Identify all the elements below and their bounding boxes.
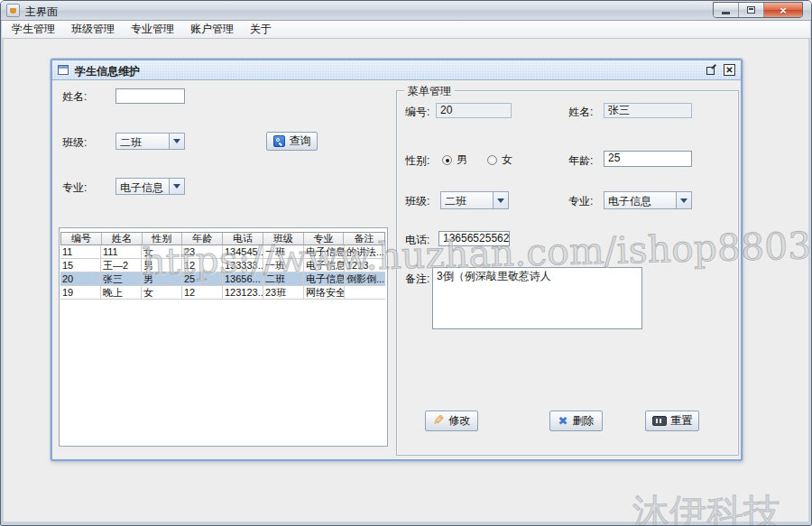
delete-button[interactable]: ✖ 删除 bbox=[549, 411, 603, 431]
menu-account-management[interactable]: 账户管理 bbox=[182, 19, 242, 40]
header-name[interactable]: 姓名 bbox=[102, 233, 143, 245]
header-remark[interactable]: 备注 bbox=[344, 233, 384, 245]
close-icon: × bbox=[780, 5, 787, 16]
internal-close-button[interactable]: ✕ bbox=[724, 64, 735, 76]
delete-x-icon: ✖ bbox=[558, 415, 568, 427]
menu-about[interactable]: 关于 bbox=[242, 19, 280, 40]
minimize-button[interactable] bbox=[714, 3, 739, 17]
table-row[interactable]: 11 111 女 23 134545... 一班 电子信息 的讲法... bbox=[60, 245, 385, 259]
reset-button[interactable]: 重置 bbox=[645, 411, 699, 431]
radio-icon bbox=[442, 155, 452, 165]
search-name-label: 姓名: bbox=[62, 89, 87, 105]
detail-age-input[interactable]: 25 bbox=[604, 151, 692, 167]
search-major-label: 专业: bbox=[62, 180, 87, 196]
detail-age-label: 年龄: bbox=[568, 153, 593, 169]
reset-icon bbox=[652, 416, 667, 426]
detail-major-select[interactable]: 电子信息 bbox=[604, 191, 692, 209]
detail-remark-label: 备注: bbox=[405, 272, 429, 287]
radio-icon bbox=[487, 155, 497, 165]
detail-name-label: 姓名: bbox=[568, 105, 593, 120]
internal-frame-titlebar[interactable]: 学生信息维护 ✕ bbox=[52, 60, 741, 80]
window-controls: × bbox=[713, 2, 803, 18]
detail-groupbox: 菜单管理 编号: 20 姓名: 张三 性别: 男 女 年龄: 25 班级: 二班 bbox=[396, 90, 739, 456]
modify-button[interactable]: ✎ 修改 bbox=[425, 411, 478, 431]
menu-class-management[interactable]: 班级管理 bbox=[63, 19, 123, 40]
detail-id-label: 编号: bbox=[405, 105, 429, 120]
app-icon bbox=[6, 4, 20, 17]
chevron-down-icon[interactable] bbox=[493, 192, 508, 208]
search-name-input[interactable] bbox=[115, 88, 185, 104]
internal-frame-title: 学生信息维护 bbox=[75, 64, 140, 79]
internal-frame-content: 姓名: 班级: 二班 查询 专业: 电子信息 bbox=[52, 81, 741, 459]
gender-female-radio[interactable]: 女 bbox=[487, 152, 512, 168]
header-class[interactable]: 班级 bbox=[263, 233, 304, 245]
main-window: 主界面 × 学生管理 班级管理 专业管理 账户管理 关于 学生信息维护 ✕ bbox=[0, 0, 812, 526]
header-phone[interactable]: 电话 bbox=[223, 233, 263, 245]
detail-id-field: 20 bbox=[436, 103, 512, 118]
table-row[interactable]: 15 王—2 男 12 133333... 一班 电子信息 1213 bbox=[60, 259, 385, 272]
menu-bar: 学生管理 班级管理 专业管理 账户管理 关于 bbox=[2, 21, 810, 39]
detail-gender-label: 性别: bbox=[405, 153, 429, 169]
detail-class-select[interactable]: 二班 bbox=[440, 191, 509, 209]
search-major-select[interactable]: 电子信息 bbox=[115, 178, 185, 195]
menu-student-management[interactable]: 学生管理 bbox=[4, 19, 63, 40]
header-age[interactable]: 年龄 bbox=[182, 233, 223, 245]
close-button[interactable]: × bbox=[764, 3, 802, 17]
detail-phone-input[interactable]: 13656525562 bbox=[438, 231, 510, 246]
header-major[interactable]: 专业 bbox=[304, 233, 345, 245]
detail-class-label: 班级: bbox=[405, 194, 429, 209]
gender-male-radio[interactable]: 男 bbox=[442, 152, 467, 168]
internal-frame-icon bbox=[58, 65, 69, 75]
query-button[interactable]: 查询 bbox=[266, 132, 318, 151]
student-table: 编号 姓名 性别 年龄 电话 班级 专业 备注 11 111 女 bbox=[60, 232, 385, 300]
groupbox-title: 菜单管理 bbox=[404, 84, 455, 99]
window-titlebar: 主界面 × bbox=[1, 1, 811, 21]
chevron-down-icon[interactable] bbox=[169, 179, 184, 194]
restore-button[interactable] bbox=[739, 3, 764, 17]
search-class-label: 班级: bbox=[62, 135, 87, 151]
search-class-select[interactable]: 二班 bbox=[115, 133, 185, 150]
header-gender[interactable]: 性别 bbox=[143, 233, 183, 245]
chevron-down-icon[interactable] bbox=[169, 134, 184, 149]
chevron-down-icon[interactable] bbox=[676, 192, 691, 208]
student-table-scrollpane[interactable]: 编号 姓名 性别 年龄 电话 班级 专业 备注 11 111 女 bbox=[59, 227, 388, 447]
search-icon bbox=[273, 135, 285, 147]
detail-name-field: 张三 bbox=[604, 103, 692, 118]
student-info-frame: 学生信息维护 ✕ 姓名: 班级: 二班 查询 bbox=[51, 59, 743, 461]
header-id[interactable]: 编号 bbox=[61, 233, 102, 245]
pencil-icon: ✎ bbox=[433, 414, 445, 428]
restore-icon bbox=[747, 6, 755, 14]
table-header: 编号 姓名 性别 年龄 电话 班级 专业 备注 bbox=[60, 232, 385, 245]
detail-major-label: 专业: bbox=[568, 194, 593, 209]
detail-remark-textarea[interactable]: 3倒（例深敲里敬惹诗人 bbox=[432, 267, 642, 329]
detail-phone-label: 电话: bbox=[405, 233, 429, 248]
minimize-icon bbox=[722, 12, 730, 14]
desktop-pane: 学生信息维护 ✕ 姓名: 班级: 二班 查询 bbox=[4, 39, 808, 521]
window-title: 主界面 bbox=[25, 5, 58, 20]
menu-major-management[interactable]: 专业管理 bbox=[123, 19, 182, 40]
table-row[interactable]: 20 张三 男 25 13656... 二班 电子信息 倒影倒... bbox=[60, 272, 385, 286]
internal-maximize-button[interactable] bbox=[706, 64, 717, 76]
table-row[interactable]: 19 晚上 女 12 123123... 23班 网络安全 bbox=[60, 286, 385, 300]
